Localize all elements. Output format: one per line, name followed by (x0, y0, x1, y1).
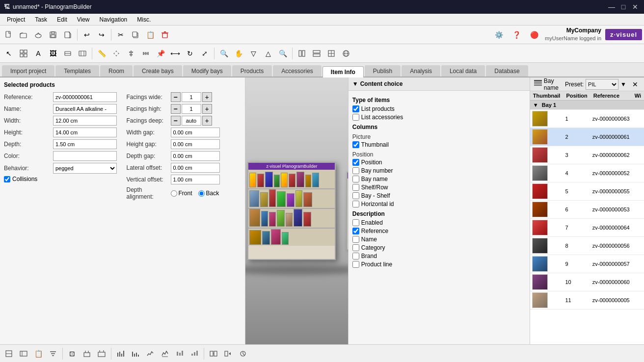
name-input[interactable] (53, 104, 117, 114)
pin-tool[interactable]: 📌 (154, 47, 167, 60)
bt-16[interactable] (236, 347, 250, 361)
zoom-tool[interactable]: 🔍 (217, 47, 231, 60)
delete-button[interactable] (158, 28, 172, 42)
bt-7[interactable] (95, 347, 108, 361)
bay-name-checkbox[interactable] (352, 176, 359, 182)
front-radio-label[interactable]: Front (171, 190, 192, 197)
bt-10[interactable] (143, 347, 157, 361)
titlebar-controls[interactable]: — □ ✕ (607, 2, 640, 12)
bt-8[interactable] (114, 347, 128, 361)
filter-tool[interactable]: ▽ (246, 47, 260, 60)
category-checkbox[interactable] (352, 244, 359, 251)
list-accessories-checkbox[interactable] (352, 114, 359, 121)
reference-desc-checkbox[interactable] (352, 228, 359, 234)
collisions-checkbox[interactable] (4, 176, 10, 182)
tab-item-info[interactable]: Item Info (322, 66, 364, 78)
lateral-offset-input[interactable] (171, 163, 220, 173)
facings-wide-minus[interactable]: − (171, 92, 181, 102)
table-row[interactable]: 8 zv-0000000056 (530, 237, 644, 255)
new-button[interactable] (2, 28, 16, 42)
save-as-button[interactable] (61, 28, 75, 42)
color-input[interactable] (53, 151, 117, 161)
minimize-button[interactable]: — (607, 2, 617, 12)
product-line-checkbox[interactable] (352, 261, 359, 268)
bay-close-button[interactable]: ✕ (630, 79, 640, 89)
tab-import-project[interactable]: Import project (2, 65, 54, 77)
facings-deep-input[interactable] (182, 116, 201, 126)
enabled-checkbox[interactable] (352, 219, 359, 226)
tab-database[interactable]: Database (486, 65, 528, 77)
account-button[interactable]: 🔴 (527, 28, 541, 42)
tab-room[interactable]: Room (100, 65, 133, 77)
help-button[interactable]: ❓ (510, 28, 523, 42)
tab-local-data[interactable]: Local data (441, 65, 485, 77)
tab-publish[interactable]: Publish (365, 65, 401, 77)
back-radio-label[interactable]: Back (198, 190, 219, 197)
bt-1[interactable] (2, 347, 16, 361)
tab-modify-bays[interactable]: Modify bays (183, 65, 231, 77)
table-row[interactable]: 6 zv-0000000053 (530, 201, 644, 219)
paste-button[interactable]: 📋 (143, 28, 157, 42)
facings-deep-plus[interactable]: + (202, 116, 212, 126)
multiselect-tool[interactable] (17, 47, 30, 60)
table-row[interactable]: 2 zv-0000000061 (530, 128, 644, 146)
table-row[interactable]: 5 zv-0000000055 (530, 182, 644, 201)
bt-12[interactable] (173, 347, 187, 361)
bt-3[interactable]: 📋 (31, 347, 45, 361)
behavior-select[interactable]: pegged stacked flat (53, 163, 117, 174)
facings-high-input[interactable] (182, 104, 201, 114)
table-row[interactable]: 9 zv-0000000057 (530, 255, 644, 273)
menu-project[interactable]: Project (2, 14, 30, 25)
bt-13[interactable] (188, 347, 201, 361)
bt-14[interactable] (207, 347, 220, 361)
width-input[interactable] (53, 116, 117, 126)
flip-tool[interactable]: ⟷ (168, 47, 182, 60)
table-row[interactable]: 1 zv-0000000063 (530, 110, 644, 128)
bt-2[interactable] (17, 347, 30, 361)
tab-accessories[interactable]: Accessories (273, 65, 322, 77)
menu-misc[interactable]: Misc. (132, 14, 156, 25)
save-button[interactable] (46, 28, 60, 42)
view-tool1[interactable] (295, 47, 309, 60)
rotate-tool[interactable]: ↻ (183, 47, 197, 60)
redo-button[interactable]: ↪ (95, 28, 108, 42)
undo-button[interactable]: ↩ (80, 28, 94, 42)
facings-wide-plus[interactable]: + (202, 92, 212, 102)
shelf-row-checkbox[interactable] (352, 184, 359, 191)
facings-wide-input[interactable] (182, 92, 201, 102)
insert-image-tool[interactable]: 🖼 (46, 47, 60, 60)
vertical-offset-input[interactable] (171, 175, 220, 184)
table-row[interactable]: 7 zv-0000000064 (530, 219, 644, 237)
facings-high-plus[interactable]: + (202, 104, 212, 114)
select-tool[interactable]: ↖ (2, 47, 16, 60)
facings-high-minus[interactable]: − (171, 104, 181, 114)
copy-button[interactable] (129, 28, 142, 42)
bt-4[interactable] (46, 347, 60, 361)
horizontal-id-checkbox[interactable] (352, 201, 359, 207)
expand-tool[interactable]: ⤢ (198, 47, 212, 60)
text-tool[interactable]: A (31, 47, 45, 60)
maximize-button[interactable]: □ (618, 2, 628, 12)
position-checkbox[interactable] (352, 159, 359, 166)
distribute-tool[interactable] (139, 47, 153, 60)
height-gap-input[interactable] (171, 139, 220, 149)
settings-button[interactable]: ⚙️ (492, 28, 506, 42)
reference-input[interactable] (53, 92, 117, 102)
bt-9[interactable] (129, 347, 142, 361)
tab-analysis[interactable]: Analysis (402, 65, 440, 77)
view-tool3[interactable] (324, 47, 338, 60)
tab-products[interactable]: Products (232, 65, 272, 77)
menu-view[interactable]: View (72, 14, 95, 25)
search-tool[interactable]: 🔍 (276, 47, 290, 60)
bay-number-checkbox[interactable] (352, 167, 359, 174)
close-button[interactable]: ✕ (630, 2, 640, 12)
preset-select[interactable]: PIL Standard Custom (586, 79, 618, 90)
menu-navigation[interactable]: Navigation (95, 14, 133, 25)
table-row[interactable]: 3 zv-0000000062 (530, 146, 644, 164)
menu-task[interactable]: Task (30, 14, 52, 25)
ruler-tool[interactable]: 📏 (95, 47, 108, 60)
bt-11[interactable] (158, 347, 172, 361)
tab-create-bays[interactable]: Create bays (134, 65, 182, 77)
align-tool[interactable] (124, 47, 138, 60)
depth-input[interactable] (53, 139, 117, 149)
